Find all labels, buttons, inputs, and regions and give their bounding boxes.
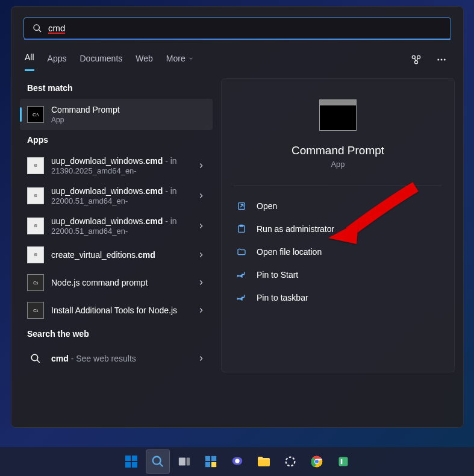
svg-point-19	[152, 457, 160, 465]
node-icon: C:\	[27, 302, 44, 319]
search-icon	[151, 455, 164, 468]
open-button[interactable]: Open	[228, 195, 448, 218]
app-result-item[interactable]: ⚙ create_virtual_editions.cmd	[20, 241, 213, 269]
network-icon	[410, 54, 422, 66]
svg-point-0	[34, 25, 39, 30]
svg-point-8	[31, 354, 38, 361]
svg-rect-26	[211, 462, 216, 467]
search-icon	[27, 350, 44, 367]
chrome-icon	[310, 455, 323, 468]
web-result-text: cmd - See web results	[51, 354, 192, 363]
pin-icon	[236, 269, 247, 280]
best-match-item[interactable]: C:\ Command Prompt App	[20, 99, 213, 130]
results-column: Best match C:\ Command Prompt App Apps ⚙…	[20, 78, 213, 372]
search-button[interactable]	[146, 449, 170, 474]
tab-apps[interactable]: Apps	[48, 48, 67, 71]
app-result-item[interactable]: C:\ Install Additional Tools for Node.js	[20, 296, 213, 324]
svg-line-20	[159, 463, 163, 467]
app-title: uup_download_windows.cmd - in	[51, 186, 192, 196]
svg-point-28	[235, 459, 239, 463]
action-list: Open Run as administrator Open file loca…	[222, 186, 454, 318]
circle-icon	[284, 455, 297, 468]
app-result-item[interactable]: ⚙ uup_download_windows.cmd - in 21390.20…	[20, 151, 213, 181]
tabs: All Apps Documents Web More	[25, 48, 408, 71]
section-search-web: Search the web	[20, 324, 213, 345]
explorer-button[interactable]	[252, 449, 276, 474]
search-icon	[33, 23, 42, 33]
svg-rect-16	[132, 456, 137, 461]
svg-rect-21	[178, 458, 185, 466]
app-button[interactable]	[278, 449, 302, 474]
chevron-right-icon	[197, 354, 205, 363]
app-result-item[interactable]: ⚙ uup_download_windows.cmd - in 22000.51…	[20, 211, 213, 241]
svg-rect-22	[186, 458, 190, 466]
tab-more[interactable]: More	[166, 48, 194, 71]
svg-rect-24	[211, 456, 216, 461]
search-bar[interactable]: cmd	[23, 17, 451, 39]
more-options-button[interactable]	[433, 51, 450, 68]
app-title: Node.js command prompt	[51, 278, 192, 287]
svg-point-29	[285, 457, 295, 466]
main-content: Best match C:\ Command Prompt App Apps ⚙…	[11, 71, 463, 381]
start-button[interactable]	[119, 449, 143, 474]
chevron-right-icon	[197, 161, 205, 170]
chevron-right-icon	[197, 251, 205, 259]
node-icon: C:\	[27, 274, 44, 291]
app-sub: 22000.51_amd64_en-	[51, 227, 192, 236]
chat-button[interactable]	[225, 449, 249, 474]
section-apps: Apps	[20, 130, 213, 151]
svg-point-4	[415, 60, 418, 63]
detail-sub: App	[331, 160, 345, 169]
tab-web[interactable]: Web	[136, 48, 153, 71]
app-sub: 22000.51_amd64_en-	[51, 196, 192, 205]
widgets-button[interactable]	[199, 449, 223, 474]
svg-line-9	[37, 360, 40, 363]
taskbar	[0, 447, 474, 476]
pin-to-taskbar-button[interactable]: Pin to taskbar	[228, 286, 448, 309]
chevron-right-icon	[197, 278, 205, 287]
svg-rect-34	[340, 459, 342, 464]
chrome-button[interactable]	[305, 449, 329, 474]
app-title: Install Additional Tools for Node.js	[51, 305, 192, 315]
tab-documents[interactable]: Documents	[80, 48, 122, 71]
search-bar-container: cmd	[11, 7, 463, 45]
svg-rect-15	[125, 456, 131, 461]
best-match-title: Command Prompt	[51, 105, 205, 114]
dots-icon	[436, 54, 447, 65]
search-input[interactable]: cmd	[48, 23, 442, 34]
tab-all[interactable]: All	[25, 48, 34, 71]
app-icon	[337, 456, 349, 468]
cmd-large-icon	[319, 99, 357, 131]
app-result-item[interactable]: ⚙ uup_download_windows.cmd - in 22000.51…	[20, 181, 213, 211]
taskview-icon	[178, 455, 191, 468]
app-title: create_virtual_editions.cmd	[51, 250, 192, 260]
detail-panel: Command Prompt App Open Run as administr…	[221, 78, 455, 372]
task-view-button[interactable]	[172, 449, 196, 474]
network-status-button[interactable]	[408, 51, 425, 68]
pin-to-start-button[interactable]: Pin to Start	[228, 263, 448, 286]
svg-rect-23	[205, 456, 210, 461]
svg-point-6	[441, 58, 443, 60]
app-button[interactable]	[331, 449, 355, 474]
tabs-row: All Apps Documents Web More	[11, 45, 463, 71]
chevron-right-icon	[197, 222, 205, 230]
windows-icon	[124, 454, 139, 469]
svg-line-11	[240, 204, 243, 207]
svg-line-1	[39, 30, 41, 32]
best-match-sub: App	[51, 116, 205, 124]
chevron-right-icon	[197, 306, 205, 315]
app-title: uup_download_windows.cmd - in	[51, 156, 192, 166]
app-result-item[interactable]: C:\ Node.js command prompt	[20, 269, 213, 296]
run-as-admin-button[interactable]: Run as administrator	[228, 218, 448, 240]
folder-icon	[257, 454, 271, 469]
open-file-location-button[interactable]: Open file location	[228, 240, 448, 263]
section-best-match: Best match	[20, 78, 213, 99]
chevron-down-icon	[188, 55, 194, 61]
svg-rect-18	[132, 462, 137, 468]
cmd-icon: C:\	[27, 106, 44, 123]
search-panel: cmd All Apps Documents Web More Best mat…	[11, 6, 464, 428]
chevron-right-icon	[197, 192, 205, 200]
web-result-item[interactable]: cmd - See web results	[20, 345, 213, 372]
svg-rect-25	[205, 462, 210, 467]
svg-rect-33	[338, 457, 348, 466]
